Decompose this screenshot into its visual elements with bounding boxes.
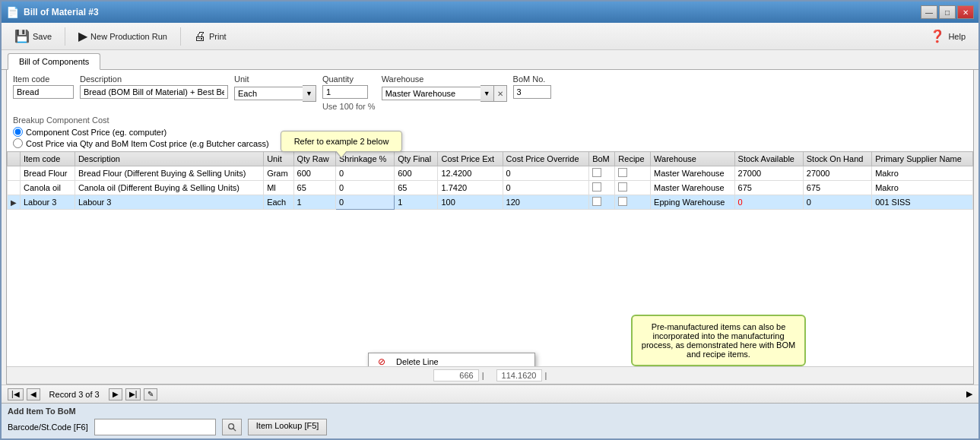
- row3-qty-raw: 1: [293, 195, 335, 210]
- footer-main-value: 114.1620: [496, 369, 542, 381]
- row3-qty-final: 1: [395, 195, 438, 210]
- item-lookup-button[interactable]: Item Lookup [F5]: [248, 419, 328, 435]
- col-qty-raw: Qty Raw: [293, 152, 335, 166]
- col-stock-on-hand: Stock On Hand: [803, 152, 871, 166]
- row2-supplier: Makro: [872, 181, 973, 195]
- row3-stock-on-hand: 0: [803, 195, 871, 210]
- radio-input2[interactable]: [13, 138, 23, 148]
- col-arrow: [8, 152, 21, 166]
- warehouse-group: Warehouse ▼ ✕: [382, 74, 507, 102]
- help-icon: ❓: [930, 29, 945, 43]
- item-code-input[interactable]: [13, 85, 74, 99]
- warehouse-clear-btn[interactable]: ✕: [494, 85, 507, 102]
- nav-record-label: Record 3 of 3: [49, 390, 100, 399]
- context-delete-line[interactable]: ⊘ Delete Line: [369, 353, 534, 366]
- radio-option1[interactable]: Component Cost Price (eg. computer): [13, 127, 967, 137]
- barcode-input[interactable]: [94, 419, 216, 435]
- toolbar: 💾 Save ▶ New Production Run 🖨 Print ❓ He…: [2, 23, 978, 50]
- grid-container[interactable]: Item code Description Unit Qty Raw Shrin…: [7, 151, 973, 366]
- row3-cost-price-override: 120: [503, 195, 589, 210]
- row2-item-code: Canola oil: [21, 181, 75, 195]
- recipe-checkbox2[interactable]: [618, 182, 627, 192]
- window-title: Bill of Material #3: [24, 7, 99, 17]
- footer-sep1: |: [482, 371, 484, 380]
- table-row[interactable]: Bread Flour Bread Flour (Different Buyin…: [8, 166, 973, 181]
- search-button[interactable]: [222, 419, 242, 435]
- save-button[interactable]: 💾 Save: [8, 26, 59, 46]
- maximize-button[interactable]: □: [939, 5, 956, 19]
- row3-recipe: [615, 195, 651, 210]
- description-input[interactable]: [80, 85, 228, 99]
- search-icon: [227, 423, 236, 432]
- toolbar-separator2: [180, 27, 181, 46]
- minimize-button[interactable]: —: [921, 5, 937, 19]
- recipe-checkbox1[interactable]: [618, 168, 627, 177]
- recipe-checkbox3[interactable]: [618, 197, 627, 206]
- svg-line-1: [233, 429, 235, 431]
- bom-checkbox2[interactable]: [592, 182, 601, 192]
- row2-bom: [589, 181, 615, 195]
- breakup-section: Breakup Component Cost Component Cost Pr…: [7, 114, 973, 151]
- close-button[interactable]: ✕: [957, 5, 974, 19]
- table-row-selected[interactable]: ▶ Labour 3 Labour 3 Each 1 0 1 100 120 E…: [8, 195, 973, 210]
- help-button[interactable]: ❓ Help: [923, 26, 972, 46]
- unit-input[interactable]: [234, 87, 303, 100]
- warehouse-input[interactable]: [382, 87, 480, 100]
- add-item-section: Add Item To BoM Barcode/St.Code [F6] Ite…: [2, 403, 978, 438]
- title-bar: 📄 Bill of Material #3 — □ ✕: [2, 2, 978, 23]
- nav-last-button[interactable]: ▶|: [125, 388, 141, 400]
- nav-first-button[interactable]: |◀: [8, 388, 24, 400]
- print-button[interactable]: 🖨 Print: [187, 27, 233, 46]
- bom-no-label: BoM No.: [513, 74, 551, 84]
- toolbar-separator: [65, 27, 65, 46]
- quantity-group: Quantity Use 100 for %: [322, 74, 376, 111]
- row2-qty-final: 65: [395, 181, 438, 195]
- row3-arrow: ▶: [8, 195, 21, 210]
- col-qty-final: Qty Final: [395, 152, 438, 166]
- table-row[interactable]: Canola oil Canola oil (Different Buying …: [8, 181, 973, 195]
- content-area: Item code Description Unit ▼ Quantity Us…: [6, 70, 974, 385]
- row1-cost-price-override: 0: [503, 166, 589, 181]
- tab-bill-of-components[interactable]: Bill of Components: [8, 53, 100, 70]
- warehouse-dropdown-btn[interactable]: ▼: [480, 85, 494, 102]
- col-recipe: Recipe: [615, 152, 651, 166]
- hint-arrow-inner: [336, 150, 347, 157]
- footer-bar: 666 | 114.1620 |: [7, 366, 973, 384]
- nav-next-button[interactable]: ▶: [109, 388, 122, 400]
- radio-option2[interactable]: Cost Price via Qty and BoM Item Cost pri…: [13, 138, 967, 148]
- row1-supplier: Makro: [872, 166, 973, 181]
- nav-scroll-right[interactable]: ▶: [966, 389, 972, 399]
- row2-description: Canola oil (Different Buying & Selling U…: [75, 181, 263, 195]
- window-icon: 📄: [6, 6, 19, 18]
- row3-cost-price-ext: 100: [438, 195, 503, 210]
- quantity-input[interactable]: [322, 85, 368, 99]
- radio-input1[interactable]: [13, 127, 23, 137]
- nav-new-button[interactable]: ✎: [144, 388, 157, 400]
- new-production-run-button[interactable]: ▶ New Production Run: [71, 26, 174, 46]
- unit-dropdown-btn[interactable]: ▼: [303, 85, 316, 102]
- svg-point-0: [228, 424, 233, 429]
- tab-bar: Bill of Components: [2, 50, 978, 70]
- hint-text: Refer to example 2 below: [294, 137, 389, 146]
- context-delete-label: Delete Line: [396, 357, 439, 366]
- use-100-label: Use 100 for %: [322, 102, 376, 111]
- item-code-group: Item code: [13, 74, 74, 99]
- row1-item-code: Bread Flour: [21, 166, 75, 181]
- col-cost-price-override: Cost Price Override: [503, 152, 589, 166]
- delete-line-icon: ⊘: [378, 356, 390, 366]
- bom-no-input[interactable]: [513, 85, 551, 99]
- nav-bar: |◀ ◀ Record 3 of 3 ▶ ▶| ✎ ▶: [2, 385, 978, 403]
- bom-checkbox3[interactable]: [592, 197, 601, 206]
- nav-prev-button[interactable]: ◀: [27, 388, 40, 400]
- context-menu: ⊘ Delete Line 🔍 Open Item Open Item BoM …: [368, 353, 535, 366]
- footer-total-value: 666: [433, 369, 479, 381]
- row2-arrow: [8, 181, 21, 195]
- col-item-code: Item code: [21, 152, 75, 166]
- add-item-title: Add Item To BoM: [8, 407, 972, 416]
- row3-shrinkage[interactable]: 0: [335, 195, 394, 210]
- description-group: Description: [80, 74, 228, 99]
- row3-bom: [589, 195, 615, 210]
- bom-checkbox1[interactable]: [592, 168, 601, 177]
- row1-description: Bread Flour (Different Buying & Selling …: [75, 166, 263, 181]
- row1-qty-final: 600: [395, 166, 438, 181]
